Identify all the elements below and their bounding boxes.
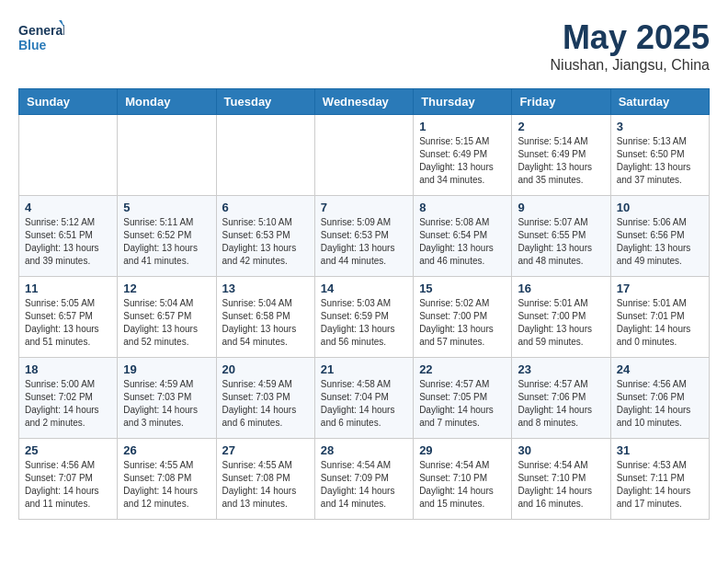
calendar-cell: [19, 115, 118, 196]
day-info: Sunrise: 4:58 AM Sunset: 7:04 PM Dayligh…: [321, 378, 407, 430]
title-block: May 2025 Niushan, Jiangsu, China: [551, 18, 710, 74]
calendar-cell: 21Sunrise: 4:58 AM Sunset: 7:04 PM Dayli…: [314, 358, 413, 439]
day-number: 20: [222, 362, 309, 376]
calendar-cell: 19Sunrise: 4:59 AM Sunset: 7:03 PM Dayli…: [118, 358, 216, 439]
calendar-cell: 25Sunrise: 4:56 AM Sunset: 7:07 PM Dayli…: [19, 439, 118, 520]
day-number: 11: [25, 282, 111, 295]
calendar-cell: 16Sunrise: 5:01 AM Sunset: 7:00 PM Dayli…: [512, 277, 610, 358]
day-info: Sunrise: 5:10 AM Sunset: 6:53 PM Dayligh…: [222, 216, 309, 268]
calendar-cell: 20Sunrise: 4:59 AM Sunset: 7:03 PM Dayli…: [216, 358, 314, 439]
calendar-cell: 31Sunrise: 4:53 AM Sunset: 7:11 PM Dayli…: [610, 439, 709, 520]
calendar-cell: 8Sunrise: 5:08 AM Sunset: 6:54 PM Daylig…: [414, 196, 512, 277]
calendar-cell: 14Sunrise: 5:03 AM Sunset: 6:59 PM Dayli…: [314, 277, 413, 358]
day-info: Sunrise: 5:07 AM Sunset: 6:55 PM Dayligh…: [518, 216, 604, 268]
day-number: 25: [25, 443, 111, 457]
calendar-cell: 10Sunrise: 5:06 AM Sunset: 6:56 PM Dayli…: [610, 196, 709, 277]
svg-text:Blue: Blue: [18, 38, 47, 52]
calendar-cell: 2Sunrise: 5:14 AM Sunset: 6:49 PM Daylig…: [512, 115, 610, 196]
day-info: Sunrise: 5:08 AM Sunset: 6:54 PM Dayligh…: [419, 216, 506, 268]
day-info: Sunrise: 5:03 AM Sunset: 6:59 PM Dayligh…: [321, 297, 407, 349]
day-number: 21: [321, 362, 407, 376]
day-info: Sunrise: 5:04 AM Sunset: 6:58 PM Dayligh…: [222, 297, 309, 349]
day-info: Sunrise: 5:14 AM Sunset: 6:49 PM Dayligh…: [518, 135, 604, 187]
header: General Blue May 2025 Niushan, Jiangsu, …: [18, 18, 710, 74]
day-number: 28: [321, 443, 407, 457]
logo: General Blue: [18, 18, 64, 59]
day-info: Sunrise: 5:00 AM Sunset: 7:02 PM Dayligh…: [25, 378, 111, 430]
week-row-4: 18Sunrise: 5:00 AM Sunset: 7:02 PM Dayli…: [19, 358, 710, 439]
calendar-cell: 1Sunrise: 5:15 AM Sunset: 6:49 PM Daylig…: [414, 115, 512, 196]
day-number: 29: [419, 443, 506, 457]
day-info: Sunrise: 4:54 AM Sunset: 7:10 PM Dayligh…: [518, 459, 604, 511]
day-number: 27: [222, 443, 309, 457]
calendar-cell: 9Sunrise: 5:07 AM Sunset: 6:55 PM Daylig…: [512, 196, 610, 277]
day-number: 3: [617, 120, 703, 133]
day-info: Sunrise: 5:01 AM Sunset: 7:01 PM Dayligh…: [617, 297, 703, 349]
logo-svg: General Blue: [18, 18, 64, 59]
col-header-saturday: Saturday: [610, 89, 709, 115]
day-number: 23: [518, 362, 604, 376]
calendar-cell: 23Sunrise: 4:57 AM Sunset: 7:06 PM Dayli…: [512, 358, 610, 439]
day-info: Sunrise: 5:06 AM Sunset: 6:56 PM Dayligh…: [617, 216, 703, 268]
day-number: 30: [518, 443, 604, 457]
col-header-monday: Monday: [118, 89, 216, 115]
calendar-cell: 26Sunrise: 4:55 AM Sunset: 7:08 PM Dayli…: [118, 439, 216, 520]
day-info: Sunrise: 4:59 AM Sunset: 7:03 PM Dayligh…: [123, 378, 210, 430]
day-info: Sunrise: 5:15 AM Sunset: 6:49 PM Dayligh…: [419, 135, 506, 187]
svg-text:General: General: [18, 23, 64, 38]
day-number: 15: [419, 282, 506, 295]
day-number: 4: [25, 201, 111, 214]
calendar-cell: [118, 115, 216, 196]
week-row-3: 11Sunrise: 5:05 AM Sunset: 6:57 PM Dayli…: [19, 277, 710, 358]
day-number: 19: [123, 362, 210, 376]
month-title: May 2025: [551, 18, 710, 57]
calendar-cell: 30Sunrise: 4:54 AM Sunset: 7:10 PM Dayli…: [512, 439, 610, 520]
calendar-cell: 24Sunrise: 4:56 AM Sunset: 7:06 PM Dayli…: [610, 358, 709, 439]
day-info: Sunrise: 4:54 AM Sunset: 7:10 PM Dayligh…: [419, 459, 506, 511]
day-number: 2: [518, 120, 604, 133]
calendar-cell: 12Sunrise: 5:04 AM Sunset: 6:57 PM Dayli…: [118, 277, 216, 358]
day-info: Sunrise: 4:57 AM Sunset: 7:05 PM Dayligh…: [419, 378, 506, 430]
calendar-cell: 15Sunrise: 5:02 AM Sunset: 7:00 PM Dayli…: [414, 277, 512, 358]
day-number: 18: [25, 362, 111, 376]
day-info: Sunrise: 5:05 AM Sunset: 6:57 PM Dayligh…: [25, 297, 111, 349]
calendar-header-row: SundayMondayTuesdayWednesdayThursdayFrid…: [19, 89, 710, 115]
location: Niushan, Jiangsu, China: [551, 57, 710, 74]
day-info: Sunrise: 5:09 AM Sunset: 6:53 PM Dayligh…: [321, 216, 407, 268]
calendar-cell: 27Sunrise: 4:55 AM Sunset: 7:08 PM Dayli…: [216, 439, 314, 520]
week-row-5: 25Sunrise: 4:56 AM Sunset: 7:07 PM Dayli…: [19, 439, 710, 520]
week-row-2: 4Sunrise: 5:12 AM Sunset: 6:51 PM Daylig…: [19, 196, 710, 277]
day-info: Sunrise: 5:13 AM Sunset: 6:50 PM Dayligh…: [617, 135, 703, 187]
day-number: 7: [321, 201, 407, 214]
day-number: 26: [123, 443, 210, 457]
day-number: 14: [321, 282, 407, 295]
calendar-cell: 6Sunrise: 5:10 AM Sunset: 6:53 PM Daylig…: [216, 196, 314, 277]
day-info: Sunrise: 5:01 AM Sunset: 7:00 PM Dayligh…: [518, 297, 604, 349]
day-number: 16: [518, 282, 604, 295]
col-header-wednesday: Wednesday: [314, 89, 413, 115]
calendar-cell: 18Sunrise: 5:00 AM Sunset: 7:02 PM Dayli…: [19, 358, 118, 439]
calendar-cell: 29Sunrise: 4:54 AM Sunset: 7:10 PM Dayli…: [414, 439, 512, 520]
day-number: 10: [617, 201, 703, 214]
calendar-cell: 13Sunrise: 5:04 AM Sunset: 6:58 PM Dayli…: [216, 277, 314, 358]
calendar-cell: [314, 115, 413, 196]
calendar-cell: 11Sunrise: 5:05 AM Sunset: 6:57 PM Dayli…: [19, 277, 118, 358]
calendar-cell: 7Sunrise: 5:09 AM Sunset: 6:53 PM Daylig…: [314, 196, 413, 277]
day-info: Sunrise: 4:56 AM Sunset: 7:07 PM Dayligh…: [25, 459, 111, 511]
day-number: 17: [617, 282, 703, 295]
day-info: Sunrise: 4:59 AM Sunset: 7:03 PM Dayligh…: [222, 378, 309, 430]
day-info: Sunrise: 4:57 AM Sunset: 7:06 PM Dayligh…: [518, 378, 604, 430]
week-row-1: 1Sunrise: 5:15 AM Sunset: 6:49 PM Daylig…: [19, 115, 710, 196]
calendar-cell: 17Sunrise: 5:01 AM Sunset: 7:01 PM Dayli…: [610, 277, 709, 358]
day-number: 22: [419, 362, 506, 376]
calendar-cell: 3Sunrise: 5:13 AM Sunset: 6:50 PM Daylig…: [610, 115, 709, 196]
calendar-cell: 28Sunrise: 4:54 AM Sunset: 7:09 PM Dayli…: [314, 439, 413, 520]
col-header-thursday: Thursday: [414, 89, 512, 115]
day-info: Sunrise: 4:54 AM Sunset: 7:09 PM Dayligh…: [321, 459, 407, 511]
day-info: Sunrise: 4:55 AM Sunset: 7:08 PM Dayligh…: [222, 459, 309, 511]
day-number: 9: [518, 201, 604, 214]
day-number: 1: [419, 120, 506, 133]
day-info: Sunrise: 5:12 AM Sunset: 6:51 PM Dayligh…: [25, 216, 111, 268]
col-header-sunday: Sunday: [19, 89, 118, 115]
calendar-cell: 22Sunrise: 4:57 AM Sunset: 7:05 PM Dayli…: [414, 358, 512, 439]
